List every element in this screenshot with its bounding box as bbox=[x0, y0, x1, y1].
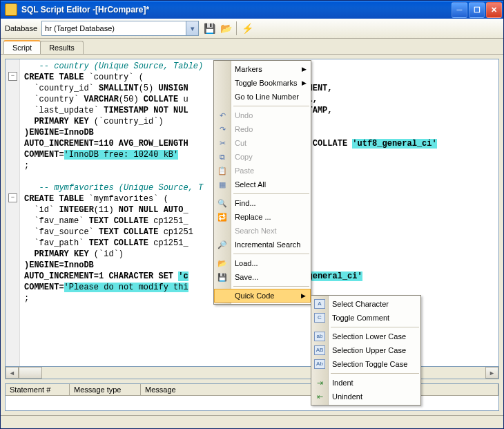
menu-cut[interactable]: ✂Cut bbox=[214, 136, 311, 150]
tab-results[interactable]: Results bbox=[40, 41, 84, 54]
maximize-button[interactable]: ☐ bbox=[469, 2, 485, 18]
scroll-right-icon[interactable]: ► bbox=[485, 367, 498, 379]
quick-code-submenu: ASelect Character CToggle Comment abSele… bbox=[311, 295, 421, 406]
save-icon[interactable]: 💾 bbox=[203, 22, 215, 35]
statusbar bbox=[1, 415, 503, 428]
copy-icon: ⧉ bbox=[217, 151, 228, 162]
menu-select-character[interactable]: ASelect Character bbox=[311, 297, 420, 311]
menu-undo[interactable]: ↶Undo bbox=[214, 108, 311, 122]
menu-paste[interactable]: 📋Paste bbox=[214, 164, 311, 178]
close-button[interactable]: ✕ bbox=[486, 2, 502, 18]
fold-toggle-icon[interactable]: − bbox=[8, 72, 17, 81]
save-icon: 💾 bbox=[217, 271, 228, 283]
menu-redo[interactable]: ↷Redo bbox=[214, 122, 311, 136]
editor-tabs: Script Results bbox=[1, 39, 503, 55]
menu-replace[interactable]: 🔁Replace ... bbox=[214, 210, 311, 224]
messages-body bbox=[6, 396, 498, 410]
cut-icon: ✂ bbox=[217, 137, 228, 149]
menu-find[interactable]: 🔍Find... bbox=[214, 196, 311, 210]
menu-indent[interactable]: ⇥Indent bbox=[311, 376, 420, 390]
menu-quick-code[interactable]: Quick Code▶ bbox=[214, 289, 311, 303]
menu-lower-case[interactable]: abSelection Lower Case bbox=[311, 330, 420, 343]
indent-icon: ⇥ bbox=[314, 377, 325, 388]
scroll-thumb[interactable] bbox=[19, 367, 42, 379]
messages-header: Statement # Message type Message bbox=[6, 384, 498, 396]
unindent-icon: ⇤ bbox=[314, 391, 325, 402]
execute-icon[interactable]: ⚡ bbox=[241, 22, 253, 35]
horizontal-scrollbar[interactable]: ◄ ► bbox=[5, 367, 499, 379]
open-folder-icon: 📂 bbox=[217, 258, 228, 269]
col-msgtype[interactable]: Message type bbox=[70, 384, 141, 395]
toolbar: Database hr (Target Database) ▾ 💾 📂 ⚡ bbox=[1, 19, 503, 39]
open-folder-icon[interactable]: 📂 bbox=[220, 22, 232, 35]
paste-icon: 📋 bbox=[217, 165, 228, 176]
database-combo[interactable]: hr (Target Database) ▾ bbox=[41, 21, 199, 36]
app-icon bbox=[5, 3, 17, 16]
database-combo-value: hr (Target Database) bbox=[45, 24, 115, 32]
col-statement[interactable]: Statement # bbox=[6, 384, 70, 395]
menu-save[interactable]: 💾Save... bbox=[214, 270, 311, 284]
menu-load[interactable]: 📂Load... bbox=[214, 256, 311, 270]
togglecase-icon: Ab bbox=[314, 359, 325, 370]
fold-toggle-icon[interactable]: − bbox=[8, 193, 17, 202]
search-icon: 🔎 bbox=[217, 239, 228, 250]
menu-goto-line[interactable]: Go to Line Number bbox=[214, 90, 311, 104]
minimize-button[interactable]: ─ bbox=[452, 2, 467, 18]
titlebar: SQL Script Editor -[HrCompare]* ─ ☐ ✕ bbox=[1, 1, 503, 19]
scroll-left-icon[interactable]: ◄ bbox=[6, 367, 19, 379]
menu-upper-case[interactable]: ABSelection Upper Case bbox=[311, 343, 420, 357]
menu-unindent[interactable]: ⇤Unindent bbox=[311, 390, 420, 403]
chevron-down-icon[interactable]: ▾ bbox=[186, 21, 198, 35]
window-title: SQL Script Editor -[HrCompare]* bbox=[21, 5, 452, 15]
context-menu: Markers▶ Toggle Bookmarks▶ Go to Line Nu… bbox=[213, 60, 311, 305]
find-icon: 🔍 bbox=[217, 198, 228, 209]
uppercase-icon: AB bbox=[314, 345, 325, 356]
undo-icon: ↶ bbox=[217, 110, 228, 121]
select-all-icon: ▦ bbox=[217, 179, 228, 190]
lowercase-icon: ab bbox=[314, 331, 325, 342]
menu-search-next[interactable]: Search Next bbox=[214, 224, 311, 238]
menu-incremental-search[interactable]: 🔎Incremental Search bbox=[214, 238, 311, 251]
menu-markers[interactable]: Markers▶ bbox=[214, 62, 311, 76]
comment-icon: C bbox=[314, 312, 325, 323]
char-icon: A bbox=[314, 298, 325, 309]
menu-toggle-case[interactable]: AbSelection Toggle Case bbox=[311, 357, 420, 371]
app-window: SQL Script Editor -[HrCompare]* ─ ☐ ✕ Da… bbox=[0, 0, 504, 429]
menu-copy[interactable]: ⧉Copy bbox=[214, 150, 311, 164]
gutter: − − bbox=[6, 59, 20, 366]
menu-toggle-comment[interactable]: CToggle Comment bbox=[311, 311, 420, 325]
database-label: Database bbox=[5, 24, 37, 32]
tab-script[interactable]: Script bbox=[3, 40, 41, 54]
redo-icon: ↷ bbox=[217, 124, 228, 135]
menu-select-all[interactable]: ▦Select All bbox=[214, 178, 311, 191]
messages-panel: Statement # Message type Message bbox=[5, 383, 499, 411]
replace-icon: 🔁 bbox=[217, 211, 228, 222]
menu-toggle-bookmarks[interactable]: Toggle Bookmarks▶ bbox=[214, 76, 311, 90]
